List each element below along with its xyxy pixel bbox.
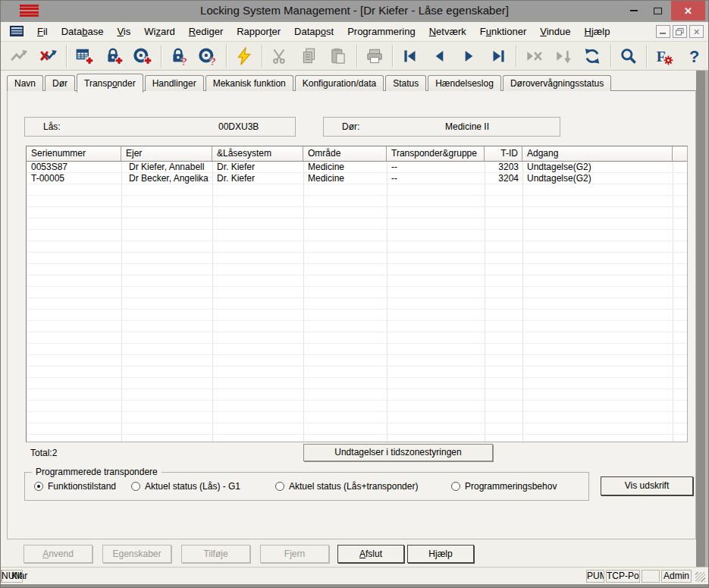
- menu-rapporter[interactable]: Rapporter: [230, 23, 287, 40]
- maximize-icon: [654, 8, 662, 14]
- maximize-button[interactable]: [647, 1, 668, 20]
- menu-programmering[interactable]: Programmering: [340, 23, 422, 40]
- program-button[interactable]: [230, 43, 259, 69]
- cell-adgang: Undtagelse(G2): [522, 173, 673, 184]
- cell-adgang: Undtagelse(G2): [522, 162, 673, 173]
- filter-settings-button[interactable]: F: [650, 43, 679, 69]
- menu-wizard[interactable]: Wizard: [137, 23, 181, 40]
- radio-funktionstilstand[interactable]: Funktionstilstand: [34, 481, 116, 492]
- table-header: SerienummerEjer&LåsesystemOmrådeTranspon…: [27, 146, 687, 162]
- door-field: Dør: Medicine II: [323, 117, 560, 137]
- anvend-button: Anvend: [24, 545, 93, 563]
- last-record-icon: [488, 46, 508, 66]
- menu-rediger[interactable]: Rediger: [182, 23, 231, 40]
- mdi-minimize-button[interactable]: [656, 25, 670, 38]
- cell-omraade: Medicine: [303, 162, 387, 173]
- goto-record-button: [549, 43, 579, 69]
- tab-status[interactable]: Status: [385, 75, 426, 91]
- menu-netvaerk[interactable]: Netværk: [422, 23, 473, 40]
- minimize-icon: [630, 10, 638, 11]
- mdi-system-menu-icon[interactable]: [10, 26, 24, 37]
- next-record-icon: [459, 46, 478, 66]
- toolbar-separator: [226, 45, 227, 68]
- exceptions-timezone-button[interactable]: Undtagelser i tidszonestyringen: [303, 444, 493, 461]
- next-record-button[interactable]: [454, 43, 484, 69]
- afslut-button[interactable]: Afslut: [337, 545, 404, 563]
- logout-button[interactable]: [34, 43, 64, 69]
- tab-strip: NavnDørTransponderHandlingerMekanisk fun…: [7, 74, 613, 91]
- menu-vindue[interactable]: Vindue: [533, 23, 577, 40]
- paste-button: [324, 43, 353, 69]
- svg-text:?: ?: [180, 54, 187, 65]
- mdi-close-button[interactable]: ✕: [689, 25, 704, 38]
- radio-aktuel-status-laas-transponder[interactable]: Aktuel status (Lås+transponder): [275, 481, 418, 492]
- refresh-button[interactable]: [578, 43, 607, 69]
- search-button[interactable]: [614, 43, 644, 69]
- hjaelp-button[interactable]: Hjælp: [407, 545, 474, 563]
- menu-vis[interactable]: Vis: [110, 23, 137, 40]
- column-header[interactable]: Transponder&gruppe: [387, 146, 485, 162]
- close-button[interactable]: ✕: [671, 1, 705, 20]
- print-preview-button[interactable]: Vis udskrift: [601, 476, 693, 495]
- new-transponder-icon: [133, 46, 152, 66]
- column-header[interactable]: &Låsesystem: [212, 146, 303, 162]
- cancel-navigation-icon: [524, 46, 544, 66]
- menu-database[interactable]: Database: [55, 23, 111, 40]
- tab-haendelseslog[interactable]: Hændelseslog: [428, 75, 501, 91]
- column-header[interactable]: Område: [303, 146, 387, 162]
- first-record-button[interactable]: [396, 43, 425, 69]
- table-body: 0053S87 Dr Kiefer, Annabell Dr. Kiefer M…: [27, 162, 687, 442]
- tab-navn[interactable]: Navn: [7, 75, 43, 91]
- tab-konfiguration-data[interactable]: Konfiguration/data: [295, 75, 384, 91]
- last-record-button[interactable]: [484, 43, 513, 69]
- tab-doerovervaagningsstatus[interactable]: Dørovervågningsstatus: [503, 75, 611, 91]
- svg-text:?: ?: [209, 54, 216, 65]
- goto-record-icon: [554, 46, 573, 66]
- tab-mekanisk-funktion[interactable]: Mekanisk funktion: [205, 75, 293, 91]
- menu-datapost[interactable]: Datapost: [287, 23, 340, 40]
- print-icon: [365, 46, 384, 66]
- cell-transpondergruppe: --: [387, 173, 485, 184]
- new-lock-button[interactable]: [99, 43, 129, 69]
- tab-handlinger[interactable]: Handlinger: [145, 75, 204, 91]
- status-bar: Klar PUMBA : COM5TCP-Port:6001AdminNUM: [1, 567, 708, 584]
- first-record-icon: [400, 46, 420, 66]
- help-button[interactable]: ?: [679, 43, 709, 69]
- column-header[interactable]: T-ID: [485, 146, 522, 162]
- cell-filler: [673, 162, 687, 173]
- menu-hjaelp[interactable]: Hjælp: [578, 23, 617, 40]
- cancel-navigation-button: [519, 43, 549, 69]
- lock-field-label: Lås:: [43, 121, 61, 132]
- app-window: Locking System Management - [Dr Kiefer -…: [0, 0, 709, 588]
- minimize-button[interactable]: [623, 1, 645, 20]
- table-row[interactable]: 0053S87 Dr Kiefer, Annabell Dr. Kiefer M…: [27, 162, 687, 173]
- refresh-icon: [582, 46, 602, 66]
- window-title: Locking System Management - [Dr Kiefer -…: [1, 4, 708, 17]
- radio-programmeringsbehov[interactable]: Programmeringsbehov: [451, 481, 557, 492]
- menu-fil[interactable]: Fil: [30, 23, 55, 40]
- previous-record-button[interactable]: [425, 43, 455, 69]
- cell-serienummer: T-00005: [27, 173, 121, 184]
- transponder-table: SerienummerEjer&LåsesystemOmrådeTranspon…: [26, 146, 688, 442]
- door-field-label: Dør:: [342, 121, 359, 132]
- cell-laasesystem: Dr. Kiefer: [212, 162, 303, 173]
- column-header[interactable]: Ejer: [121, 146, 212, 162]
- total-label: Total:2: [30, 448, 57, 458]
- resize-grip-icon[interactable]: [695, 572, 705, 582]
- read-lock-button[interactable]: ?: [165, 43, 194, 69]
- column-header[interactable]: Serienummer: [27, 146, 121, 162]
- tab-transponder[interactable]: Transponder: [77, 74, 143, 93]
- table-row[interactable]: T-00005 Dr Becker, Angelika Dr. Kiefer M…: [27, 173, 687, 184]
- read-transponder-button[interactable]: ?: [193, 43, 223, 69]
- column-header[interactable]: Adgang: [522, 146, 673, 162]
- new-transponder-button[interactable]: [128, 43, 158, 69]
- new-locking-system-button[interactable]: [70, 43, 99, 69]
- menu-funktioner[interactable]: Funktioner: [473, 23, 533, 40]
- dialog-buttons: AnvendEgenskaberTilføjeFjernAfslutHjælp: [1, 545, 708, 563]
- mdi-window-controls: ✕: [656, 25, 704, 38]
- mdi-restore-button[interactable]: [673, 25, 687, 38]
- toolbar: ??F?: [1, 42, 708, 71]
- radio-aktuel-status-laas-g1[interactable]: Aktuel status (Lås) - G1: [131, 481, 240, 492]
- tab-doer[interactable]: Dør: [45, 75, 75, 91]
- svg-text:F: F: [657, 49, 666, 64]
